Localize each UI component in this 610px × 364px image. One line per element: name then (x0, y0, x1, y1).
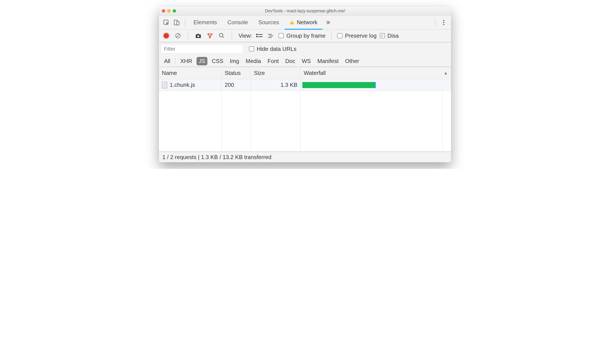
view-large-icon[interactable] (255, 31, 264, 40)
svg-rect-4 (292, 23, 292, 24)
network-table-body (159, 91, 451, 152)
hide-data-urls-option[interactable]: Hide data URLs (249, 46, 297, 52)
option-label: Group by frame (286, 32, 325, 39)
checkbox-checked-icon (380, 33, 385, 38)
svg-point-7 (443, 24, 444, 25)
checkbox-unchecked-icon (249, 46, 254, 52)
type-chip-media[interactable]: Media (244, 57, 263, 65)
svg-point-5 (443, 20, 444, 21)
capture-screenshots-icon[interactable] (194, 31, 203, 40)
tab-network[interactable]: Network (285, 16, 322, 29)
svg-rect-19 (269, 36, 273, 36)
window-title: DevTools - react-lazy-suspense.glitch.me… (265, 8, 345, 13)
type-chip-ws[interactable]: WS (299, 57, 313, 65)
svg-rect-16 (256, 36, 258, 37)
col-status[interactable]: Status (222, 67, 251, 79)
filter-input[interactable] (161, 44, 243, 53)
svg-rect-2 (177, 21, 179, 25)
svg-point-6 (443, 22, 444, 23)
option-label: Preserve log (345, 32, 377, 39)
device-toolbar-icon[interactable] (172, 18, 182, 27)
zoom-window-dot[interactable] (173, 9, 176, 13)
group-by-frame-option[interactable]: Group by frame (279, 32, 325, 39)
clear-button[interactable] (174, 31, 182, 40)
option-label: Disa (388, 32, 399, 39)
view-label: View: (239, 32, 252, 39)
type-chip-manifest[interactable]: Manifest (315, 57, 341, 65)
type-chip-img[interactable]: Img (228, 57, 241, 65)
svg-point-11 (197, 35, 199, 37)
network-toolbar: View: Group by frame Preserve log Disa (159, 29, 451, 42)
svg-rect-20 (268, 37, 272, 38)
svg-line-9 (176, 34, 180, 37)
tab-console[interactable]: Console (222, 16, 253, 29)
more-tabs-icon[interactable] (323, 18, 333, 27)
resource-type-filter: All XHR JS CSS Img Media Font Doc WS Man… (159, 55, 451, 67)
waterfall-bar (302, 82, 376, 88)
col-label: Name (162, 70, 177, 76)
tab-label: Network (297, 19, 317, 26)
svg-point-12 (220, 34, 223, 37)
tab-elements[interactable]: Elements (189, 16, 222, 29)
main-tabs: Elements Console Sources Network (159, 16, 451, 29)
svg-rect-15 (258, 34, 263, 35)
svg-rect-14 (256, 34, 258, 35)
cell-text: 200 (225, 82, 234, 88)
checkbox-unchecked-icon (279, 33, 284, 38)
type-chip-all[interactable]: All (162, 57, 172, 65)
type-chip-other[interactable]: Other (343, 57, 361, 65)
type-chip-xhr[interactable]: XHR (178, 57, 195, 65)
svg-rect-18 (268, 34, 272, 35)
window-titlebar: DevTools - react-lazy-suspense.glitch.me… (159, 6, 451, 16)
view-small-icon[interactable] (267, 31, 275, 40)
type-chip-doc[interactable]: Doc (283, 57, 298, 65)
script-file-icon (162, 82, 167, 88)
tab-sources[interactable]: Sources (254, 16, 284, 29)
col-size[interactable]: Size (251, 67, 301, 79)
divider (435, 18, 436, 27)
inspect-element-icon[interactable] (161, 18, 171, 27)
status-bar: 1 / 2 requests | 1.3 KB / 13.2 KB transf… (159, 152, 451, 162)
status-text: 1 / 2 requests | 1.3 KB / 13.2 KB transf… (162, 154, 272, 161)
divider (331, 31, 332, 40)
minimize-window-dot[interactable] (167, 9, 170, 13)
svg-line-13 (222, 37, 224, 38)
divider (185, 18, 185, 27)
col-label: Size (254, 70, 265, 76)
divider (232, 31, 232, 40)
type-chip-css[interactable]: CSS (209, 57, 225, 65)
type-chip-font[interactable]: Font (265, 57, 281, 65)
search-icon[interactable] (217, 31, 226, 40)
preserve-log-option[interactable]: Preserve log (337, 32, 377, 39)
close-window-dot[interactable] (162, 9, 165, 13)
filter-toggle-icon[interactable] (206, 31, 214, 40)
divider (188, 31, 188, 40)
tab-label: Sources (259, 19, 279, 26)
svg-rect-17 (258, 36, 263, 37)
col-waterfall[interactable]: Waterfall ▲ (301, 67, 451, 79)
type-chip-js[interactable]: JS (196, 57, 207, 65)
divider (175, 58, 176, 64)
col-name[interactable]: Name (159, 67, 222, 79)
sort-asc-icon: ▲ (443, 71, 448, 76)
cell-status: 200 (222, 79, 251, 91)
svg-rect-3 (292, 22, 292, 23)
col-label: Status (225, 70, 241, 76)
network-table-header: Name Status Size Waterfall ▲ (159, 67, 451, 79)
filter-bar: Hide data URLs (159, 42, 451, 55)
col-label: Waterfall (304, 70, 326, 76)
cell-text: 1.chunk.js (170, 82, 195, 88)
record-button[interactable] (162, 31, 170, 40)
tab-label: Console (227, 19, 248, 26)
table-row[interactable]: 1.chunk.js 200 1.3 KB (159, 79, 451, 91)
cell-waterfall (301, 79, 451, 91)
kebab-menu-icon[interactable] (439, 18, 449, 27)
warning-icon (289, 20, 295, 25)
cell-text: 1.3 KB (281, 82, 298, 88)
window-traffic-lights (159, 9, 179, 13)
cell-name: 1.chunk.js (159, 79, 222, 91)
devtools-window: DevTools - react-lazy-suspense.glitch.me… (159, 6, 451, 162)
record-icon (164, 33, 169, 38)
tab-label: Elements (194, 19, 217, 26)
disable-cache-option[interactable]: Disa (380, 32, 399, 39)
